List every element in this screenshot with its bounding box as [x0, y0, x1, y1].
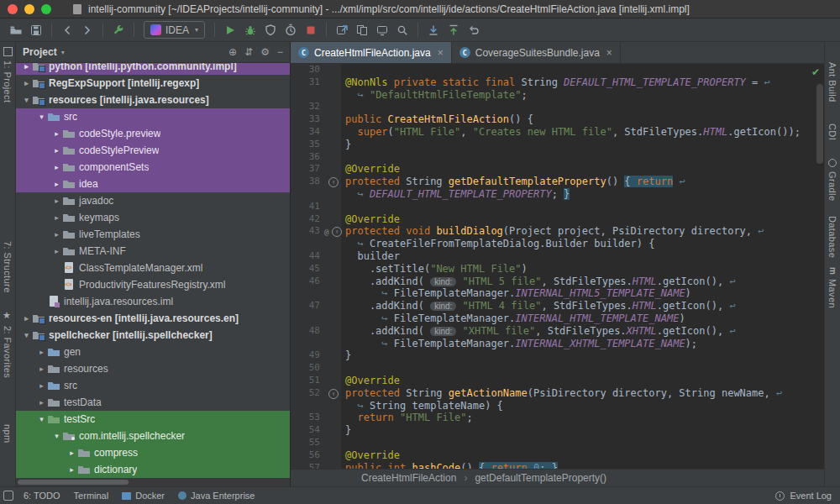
tree-item[interactable]: intellij.java.resources.iml [16, 293, 290, 310]
save-all-button[interactable] [27, 21, 45, 39]
open-in-browser-button[interactable] [333, 21, 351, 39]
chevron-down-icon[interactable]: ▾ [36, 113, 47, 121]
open-file-button[interactable] [7, 21, 25, 39]
inspections-ok-icon[interactable]: ✔ [811, 66, 820, 78]
tree-item[interactable]: ▸codeStyle.preview [16, 125, 290, 142]
tree-item[interactable]: ▾com.intellij.spellchecker [16, 428, 290, 444]
back-button[interactable] [58, 21, 76, 39]
chevron-right-icon[interactable]: ▸ [66, 465, 77, 474]
code-line[interactable]: 31@NonNls private static final String DE… [291, 76, 824, 89]
project-view-selector[interactable]: Project ▾ [23, 46, 65, 58]
chevron-right-icon[interactable]: ▸ [51, 230, 62, 239]
stop-button[interactable] [302, 21, 320, 39]
tree-item[interactable]: ProductivityFeaturesRegistry.xml [16, 276, 290, 293]
chevron-right-icon[interactable]: ▸ [51, 146, 62, 155]
close-tab-icon[interactable]: × [606, 47, 612, 59]
chevron-down-icon[interactable]: ▾ [36, 415, 47, 423]
tree-item[interactable]: ▸liveTemplates [16, 226, 290, 243]
code-line[interactable]: 55 [291, 437, 824, 449]
chevron-right-icon[interactable]: ▸ [36, 348, 47, 356]
chevron-right-icon[interactable]: ▸ [36, 381, 47, 390]
code-line[interactable]: 50 [291, 362, 824, 375]
override-gutter-icon[interactable] [324, 387, 341, 400]
code-line[interactable]: 42@Override [291, 213, 824, 226]
tree-item[interactable]: ▾testSrc [16, 411, 290, 428]
code-line[interactable]: 51@Override [291, 375, 824, 387]
chevron-down-icon[interactable]: ▾ [51, 432, 62, 440]
code-line[interactable]: 38protected String getDefaultTemplatePro… [291, 176, 824, 188]
override-gutter-icon[interactable] [324, 176, 341, 188]
code-line[interactable]: 45 .setTitle("New HTML File") [291, 263, 824, 276]
code-line[interactable]: ↪ FileTemplateManager.INTERNAL_XHTML_TEM… [291, 338, 824, 350]
tree-item[interactable]: ▸codeStylePreview [16, 142, 290, 159]
chevron-right-icon[interactable]: ▸ [51, 129, 62, 138]
editor[interactable]: 3031@NonNls private static final String … [291, 64, 824, 469]
editor-tab[interactable]: CCreateHtmlFileAction.java× [291, 42, 452, 63]
tree-item[interactable]: ▸python [intellij.python.community.impl] [16, 63, 290, 75]
code-line[interactable]: 32 [291, 101, 824, 113]
status-bar-button[interactable]: Docker [122, 491, 165, 501]
tree-item[interactable]: ▾src [16, 108, 290, 125]
project-horizontal-scrollbar[interactable] [16, 478, 290, 486]
code-line[interactable]: 52protected String getActionName(PsiDire… [291, 387, 824, 400]
tool-stripe-button-ant-build[interactable]: Ant Build [827, 62, 837, 102]
tool-stripe-button-gradle[interactable]: Gradle [827, 159, 837, 201]
tool-stripe-button-maven[interactable]: mMaven [827, 267, 837, 308]
code-line[interactable]: ↪ FileTemplateManager.INTERNAL_HTML_TEMP… [291, 312, 824, 325]
coverage-button[interactable] [261, 21, 280, 39]
code-line[interactable]: ↪ "DefaultHtmlFileTemplate"; [291, 89, 824, 102]
code-line[interactable]: 34 super("HTML File", "Creates new HTML … [291, 126, 824, 139]
tree-item[interactable]: ▸resources [16, 360, 290, 377]
tree-item[interactable]: ▾spellchecker [intellij.spellchecker] [16, 327, 290, 344]
code-line[interactable]: 44 builder [291, 250, 824, 263]
code-line[interactable]: 33public CreateHtmlFileAction() { [291, 113, 824, 126]
code-line[interactable]: 54} [291, 424, 824, 437]
code-line[interactable]: 46 .addKind( kind: "HTML 5 file", StdFil… [291, 276, 824, 288]
chevron-right-icon[interactable]: ▸ [36, 398, 47, 407]
tree-item[interactable]: ▸testData [16, 394, 290, 411]
vcs-rollback-button[interactable] [465, 21, 483, 39]
chevron-right-icon[interactable]: ▸ [51, 213, 62, 222]
tree-item[interactable]: ▸dictionary [16, 461, 290, 478]
code-line[interactable]: 48 .addKind( kind: "XHTML file", StdFile… [291, 325, 824, 338]
chevron-right-icon[interactable]: ▸ [21, 63, 32, 71]
code-line[interactable]: 56@Override [291, 449, 824, 462]
tree-item[interactable]: ClassTemplateManager.xml [16, 260, 290, 276]
search-everywhere-button[interactable] [393, 21, 412, 39]
editor-scrollbar[interactable] [816, 84, 823, 164]
settings-icon[interactable]: ⚙ [260, 46, 270, 58]
event-log-button[interactable]: Event Log [790, 491, 832, 501]
tool-stripe-button-database[interactable]: Database [827, 216, 837, 258]
code-line[interactable]: 36 [291, 151, 824, 164]
override-gutter-icon[interactable] [324, 225, 341, 238]
tree-item[interactable]: ▾resources [intellij.java.resources] [16, 92, 290, 108]
scrollbar-thumb[interactable] [18, 480, 129, 485]
code-line[interactable]: 57public int hashCode() { return 0; } [291, 462, 824, 470]
external-tools-button[interactable] [109, 21, 128, 39]
code-line[interactable]: ↪ DEFAULT_HTML_TEMPLATE_PROPERTY; } [291, 188, 824, 201]
preview-button[interactable] [373, 21, 391, 39]
chevron-right-icon[interactable]: ▸ [51, 197, 62, 205]
code-line[interactable]: ↪ String templateName) { [291, 400, 824, 412]
status-bar-button[interactable]: Java Enterprise [178, 491, 255, 501]
code-line[interactable]: 37@Override [291, 163, 824, 176]
tool-stripe-button-favorites[interactable]: ★2: Favorites [3, 310, 13, 378]
zoom-window-button[interactable] [41, 4, 51, 14]
chevron-right-icon[interactable]: ▸ [51, 180, 62, 188]
compare-button[interactable] [353, 21, 371, 39]
close-window-button[interactable] [8, 4, 18, 14]
chevron-right-icon[interactable]: ▸ [51, 163, 62, 171]
run-configuration-combo[interactable]: IDEA▾ [144, 21, 205, 39]
tree-item[interactable]: ▸keymaps [16, 209, 290, 226]
tool-stripe-button-cdi[interactable]: CDI [827, 123, 837, 140]
tool-window-switcher-icon[interactable] [3, 491, 13, 501]
code-line[interactable]: 49} [291, 349, 824, 362]
tool-stripe-button-project[interactable]: 1: Project [3, 47, 13, 102]
status-bar-button[interactable]: 6: TODO [24, 491, 60, 501]
tree-item[interactable]: ▸javadoc [16, 192, 290, 209]
code-line[interactable]: 30 [291, 64, 824, 76]
status-bar-button[interactable]: Terminal [74, 491, 109, 501]
hide-panel-icon[interactable]: − [277, 46, 283, 58]
code-line[interactable]: 41 [291, 201, 824, 213]
tool-stripe-button-npm[interactable]: npm [3, 424, 13, 444]
